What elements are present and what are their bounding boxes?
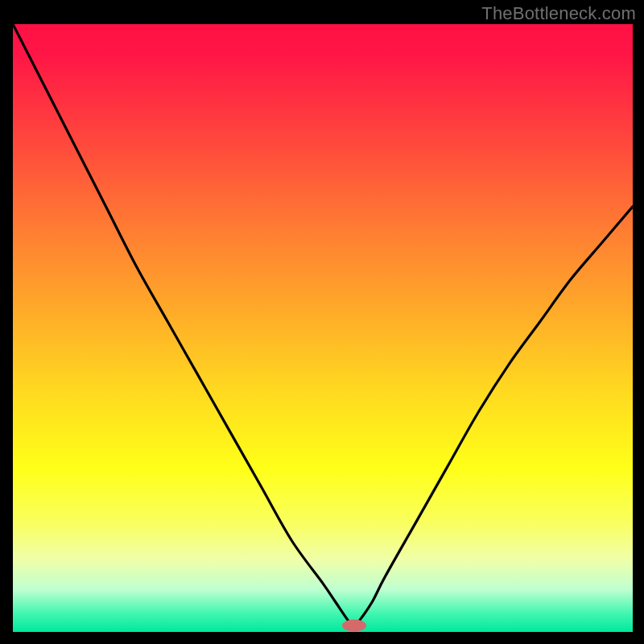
plot-area [13,24,633,632]
watermark-text: TheBottleneck.com [481,3,636,24]
curve-layer [13,24,633,632]
optimal-point-marker [342,620,366,632]
bottleneck-curve [13,24,633,625]
chart-frame: TheBottleneck.com [0,0,644,644]
